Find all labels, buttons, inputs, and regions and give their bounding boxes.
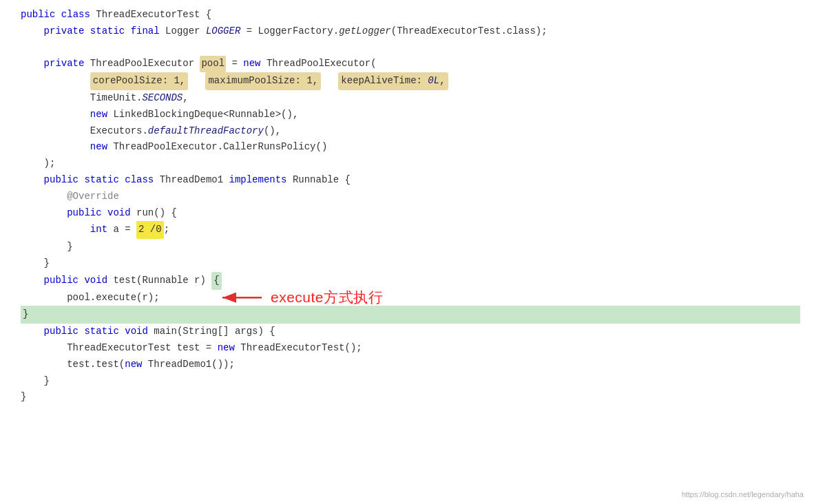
- code-line-16: }: [21, 255, 800, 272]
- code-line-9: new ThreadPoolExecutor.CallerRunsPolicy(…: [21, 139, 800, 156]
- code-line-4: private ThreadPoolExecutor pool = new Th…: [21, 56, 800, 72]
- code-line-8: Executors. defaultThreadFactory (),: [21, 123, 800, 140]
- code-line-10: );: [21, 156, 800, 172]
- code-line-6: TimeUnit. SECONDS ,: [21, 90, 800, 107]
- code-block: public class ThreadExecutorTest { privat…: [0, 0, 814, 412]
- code-line-11: public static class ThreadDemo1 implemen…: [21, 172, 800, 189]
- code-line-23: }: [21, 373, 800, 390]
- code-line-24: }: [21, 389, 800, 406]
- code-line-21: ThreadExecutorTest test = new ThreadExec…: [21, 340, 800, 357]
- code-line-19: }: [21, 306, 800, 324]
- code-line-17: public void test(Runnable r) {: [21, 272, 800, 290]
- keyword-class: class: [61, 7, 90, 23]
- keyword-public: public: [21, 7, 55, 23]
- code-line-2: private static final Logger LOGGER = Log…: [21, 23, 800, 40]
- code-line-12: @Override: [21, 189, 800, 205]
- code-line-5: corePoolSize: 1, maximumPoolSize: 1, kee…: [21, 72, 800, 90]
- watermark: https://blog.csdn.net/legendary/haha: [682, 490, 804, 498]
- code-line-13: public void run() {: [21, 205, 800, 222]
- code-line-3: [21, 40, 800, 56]
- code-line-14: int a = 2 /0 ;: [21, 221, 800, 239]
- code-line-7: new LinkedBlockingDeque<Runnable>(),: [21, 107, 800, 123]
- arrow-icon: [217, 289, 265, 306]
- code-line-1: public class ThreadExecutorTest {: [21, 7, 800, 23]
- code-line-15: }: [21, 239, 800, 255]
- code-line-20: public static void main(String[] args) {: [21, 324, 800, 340]
- keyword-int: int: [90, 222, 107, 238]
- code-line-18: pool.execute(r); execute方式执行: [21, 290, 800, 306]
- code-line-22: test.test( new ThreadDemo1());: [21, 357, 800, 373]
